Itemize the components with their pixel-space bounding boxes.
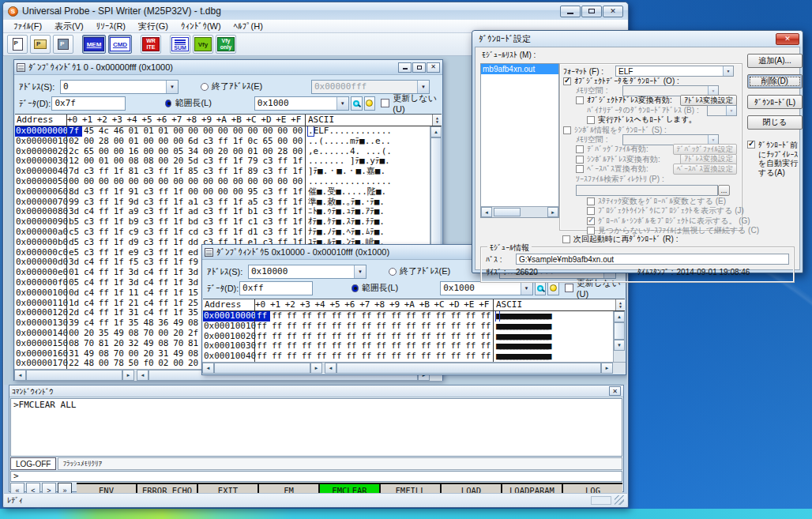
hex-byte[interactable]: c3: [201, 137, 216, 147]
ascii-cell[interactable]: ................: [306, 177, 430, 187]
open-file-button[interactable]: [30, 35, 51, 54]
hex-byte[interactable]: 00: [127, 177, 142, 187]
hex-byte[interactable]: 08: [156, 339, 171, 349]
hex-byte[interactable]: 1f: [171, 288, 186, 299]
hex-byte[interactable]: ff: [389, 352, 404, 362]
hex-byte[interactable]: 1f: [231, 228, 246, 238]
hex-byte[interactable]: 95: [246, 187, 261, 197]
hex-byte[interactable]: ff: [315, 352, 330, 362]
menu-file[interactable]: ﾌｧｲﾙ(F): [8, 21, 47, 32]
hex-byte[interactable]: ff: [156, 187, 171, 197]
ascii-cell[interactable]: ﾆﾄ■.ｩﾃ■.ｭﾃ■.ｱﾃ■.: [306, 207, 430, 217]
obj-addr-conv-checkbox[interactable]: [576, 96, 584, 104]
hex-byte[interactable]: 08: [67, 339, 82, 349]
ascii-cell[interactable]: ....... ]ﾃ■.yﾃ■.: [306, 156, 430, 167]
address-cell[interactable]: 0x00000000: [15, 126, 67, 137]
range-length-combo[interactable]: 0x1000▼: [440, 281, 532, 295]
module-listbox[interactable]: mb9afb4xn.out ◄►: [480, 63, 559, 218]
hex-byte[interactable]: ff: [419, 322, 434, 332]
no-update-checkbox[interactable]: [565, 284, 573, 292]
hex-byte[interactable]: ff: [285, 311, 300, 322]
redownload-checkbox[interactable]: [562, 235, 570, 243]
hex-byte[interactable]: 50: [127, 359, 142, 369]
highlight-button[interactable]: [364, 96, 376, 111]
highlight-button[interactable]: [547, 281, 559, 295]
scroll-up-button[interactable]: ▲: [430, 126, 442, 137]
dialog-title-bar[interactable]: ﾀﾞｳﾝﾛｰﾄﾞ設定 ✕: [472, 31, 803, 47]
hex-byte[interactable]: 49: [141, 339, 156, 349]
log-off-tab[interactable]: LOG-OFF: [10, 457, 56, 470]
hex-byte[interactable]: ff: [329, 311, 344, 322]
ascii-width-spinner[interactable]: ▲▼: [615, 299, 625, 310]
static-global-checkbox[interactable]: [587, 197, 595, 205]
hex-byte[interactable]: 00: [156, 329, 171, 339]
hex-byte[interactable]: ff: [374, 311, 389, 322]
maximize-button[interactable]: [581, 6, 602, 17]
hex-byte[interactable]: 00: [276, 126, 291, 137]
hex-byte[interactable]: ff: [315, 311, 330, 322]
hex-byte[interactable]: ff: [344, 352, 359, 362]
hex-byte[interactable]: 20: [82, 329, 97, 339]
hex-byte[interactable]: c3: [82, 228, 97, 238]
cmd-window-button[interactable]: CMD: [108, 35, 132, 54]
hex-byte[interactable]: 81: [97, 339, 112, 349]
sum-button[interactable]: SUM: [170, 35, 190, 54]
no-update-checkbox[interactable]: [381, 99, 389, 107]
hex-byte[interactable]: ff: [156, 278, 171, 288]
search-button[interactable]: [535, 281, 547, 295]
command-window-close-button[interactable]: ✕: [609, 386, 621, 396]
sym-addr-conv-checkbox[interactable]: [576, 156, 584, 164]
hex-byte[interactable]: d9: [127, 238, 142, 248]
scroll-up-button[interactable]: ▲: [614, 311, 625, 322]
ascii-cell[interactable]: ｵﾃ■.ｹﾃ■.ｽﾃ■.ﾁﾃ■.: [306, 217, 430, 228]
write-button[interactable]: WR ITE: [141, 35, 161, 54]
ascii-cell[interactable]: ..(.....mﾃ■..e..: [306, 137, 430, 147]
range-length-combo[interactable]: 0x1000▼: [254, 96, 349, 111]
hex-byte[interactable]: c4: [141, 278, 156, 288]
hex-byte[interactable]: ff: [255, 311, 270, 322]
close-button[interactable]: ✕: [603, 6, 623, 17]
menu-resource[interactable]: ﾘｿｰｽ(R): [91, 21, 131, 32]
hex-byte[interactable]: d5: [67, 238, 82, 248]
hex-byte[interactable]: ff: [255, 352, 270, 362]
hex-byte[interactable]: ff: [276, 187, 291, 197]
hex-byte[interactable]: ff: [374, 322, 389, 332]
address-cell[interactable]: 0x000000b0: [15, 238, 67, 248]
hex-byte[interactable]: ff: [97, 238, 112, 248]
hex-byte[interactable]: ff: [285, 322, 300, 332]
dialog-close-button[interactable]: ✕: [776, 33, 799, 45]
hex-byte[interactable]: 48: [82, 359, 97, 369]
hex-byte[interactable]: 81: [186, 339, 201, 349]
dump1-minimize-button[interactable]: [398, 62, 412, 73]
hex-byte[interactable]: 00: [171, 126, 186, 137]
command-window-title-bar[interactable]: ｺﾏﾝﾄﾞｳｨﾝﾄﾞｳ ✕: [9, 385, 623, 397]
listbox-hscrollbar[interactable]: ◄►: [481, 206, 558, 217]
hex-byte[interactable]: ff: [156, 228, 171, 238]
hex-byte[interactable]: c3: [261, 187, 276, 197]
data-input[interactable]: 0x7f: [51, 96, 125, 111]
hex-byte[interactable]: 1f: [171, 238, 186, 248]
debug-file-checkbox[interactable]: [576, 145, 584, 153]
hex-byte[interactable]: 00: [201, 126, 216, 137]
hex-byte[interactable]: ff: [479, 311, 494, 322]
range-length-radio[interactable]: [165, 100, 171, 107]
hex-byte[interactable]: c3: [141, 228, 156, 238]
hex-byte[interactable]: d1: [246, 228, 261, 238]
hex-byte[interactable]: c3: [82, 238, 97, 248]
hex-byte[interactable]: 08: [127, 329, 142, 339]
hex-byte[interactable]: c4: [82, 278, 97, 288]
hex-byte[interactable]: ff: [389, 311, 404, 322]
hex-byte[interactable]: 70: [171, 339, 186, 349]
hex-byte[interactable]: c9: [127, 228, 142, 238]
address-cell[interactable]: 0x00010000: [203, 311, 255, 322]
hex-byte[interactable]: 32: [127, 339, 142, 349]
hex-byte[interactable]: ff: [434, 311, 449, 322]
hex-byte[interactable]: ff: [300, 322, 315, 332]
address-cell[interactable]: 0x00000170: [15, 359, 67, 369]
show-project-checkbox[interactable]: [587, 207, 595, 215]
hex-byte[interactable]: ff: [374, 352, 389, 362]
end-address-radio[interactable]: [389, 268, 397, 276]
hex-byte[interactable]: ff: [449, 322, 464, 332]
hex-byte[interactable]: ff: [389, 322, 404, 332]
hex-byte[interactable]: 1f: [291, 187, 306, 197]
